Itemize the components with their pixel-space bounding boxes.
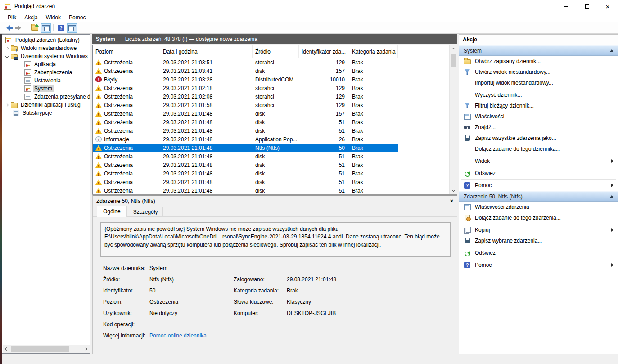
event-row[interactable]: Ostrzeżenia29.03.2021 21:02:18storahci12… [93, 84, 398, 92]
tree-item-ustawienia[interactable]: Ustawienia [2, 76, 90, 85]
collapse-icon[interactable] [610, 49, 613, 52]
action-save-all-events[interactable]: Zapisz wszystkie zdarzenia jako... [459, 133, 618, 144]
column-identyfikator[interactable]: Identyfikator zda... [299, 45, 349, 58]
scrollbar-thumb[interactable] [11, 346, 69, 352]
tab-ogolne[interactable]: Ogólne [97, 206, 127, 217]
separator [461, 179, 616, 180]
field-label: Poziom: [103, 299, 149, 305]
action-import-custom-view[interactable]: Importuj widok niestandardowy... [459, 77, 618, 88]
detail-tabs: Ogólne Szczegóły [93, 206, 457, 217]
column-poziom[interactable]: Poziom [93, 45, 160, 58]
forward-button[interactable] [14, 23, 24, 33]
column-zrodlo[interactable]: Źródło [253, 45, 299, 58]
event-row[interactable]: Ostrzeżenia29.03.2021 21:01:48disk157Bra… [93, 109, 398, 118]
tree-item-subscriptions[interactable]: Subskrypcje [2, 109, 90, 117]
expander-expanded-icon[interactable] [4, 54, 9, 59]
action-pane-icon [68, 25, 76, 31]
help-button[interactable]: ? [56, 23, 66, 33]
action-event-properties[interactable]: Właściwości zdarzenia [459, 202, 618, 212]
scroll-right-icon[interactable] [82, 345, 90, 353]
event-row[interactable]: Ostrzeżenia29.03.2021 21:03:51storahci12… [93, 58, 398, 67]
scrollbar-thumb[interactable] [451, 54, 456, 67]
menu-plik[interactable]: Plik [4, 13, 20, 22]
menu-widok[interactable]: Widok [42, 13, 65, 22]
close-detail-icon[interactable]: × [450, 198, 453, 204]
action-create-custom-view[interactable]: Utwórz widok niestandardowy... [459, 67, 618, 77]
event-row[interactable]: Ostrzeżenia29.03.2021 21:01:58storahci12… [93, 101, 398, 109]
event-row[interactable]: Ostrzeżenia29.03.2021 21:03:41disk157Bra… [93, 67, 398, 75]
event-row[interactable]: Ostrzeżenia29.03.2021 21:01:48disk51Brak [93, 186, 398, 194]
action-help-submenu[interactable]: Pomoc [459, 180, 618, 191]
tab-szczegoly[interactable]: Szczegóły [128, 207, 163, 217]
action-refresh[interactable]: Odśwież [459, 168, 618, 179]
log-online-help-link[interactable]: Pomoc online dziennika [149, 333, 234, 339]
event-row[interactable]: Ostrzeżenia29.03.2021 21:01:48disk51Brak [93, 161, 398, 169]
maximize-button[interactable] [577, 0, 597, 13]
scroll-down-icon[interactable] [450, 186, 457, 194]
tree-item-forwarded-events[interactable]: Zdarzenia przesyłane dalej [2, 93, 90, 101]
event-row[interactable]: Błędy29.03.2021 21:03:28DistributedCOM10… [93, 75, 398, 84]
export-list-button[interactable] [29, 23, 40, 33]
event-list-scrollbar[interactable] [449, 45, 457, 194]
action-help-event-submenu[interactable]: Pomoc [459, 260, 618, 270]
help-icon: ? [58, 25, 64, 31]
field-value [149, 321, 234, 328]
event-row-selected[interactable]: Ostrzeżenia29.03.2021 21:01:48Ntfs (Ntfs… [93, 144, 398, 152]
action-attach-task-to-event[interactable]: Dołącz zadanie do tego zdarzenia... [459, 212, 618, 223]
back-button[interactable] [3, 23, 13, 33]
event-row[interactable]: Ostrzeżenia29.03.2021 21:02:08storahci12… [93, 92, 398, 101]
action-filter-current-log[interactable]: Filtruj bieżący dziennik... [459, 100, 618, 111]
tree-item-app-service-logs[interactable]: Dzienniki aplikacji i usług [2, 101, 90, 109]
action-find[interactable]: Znajdź... [459, 122, 618, 133]
collapse-icon[interactable] [610, 195, 613, 198]
event-row[interactable]: Ostrzeżenia29.03.2021 21:01:48disk51Brak [93, 169, 398, 178]
tree-item-system[interactable]: System [2, 85, 90, 93]
expander-collapsed-icon[interactable] [4, 102, 9, 108]
event-description[interactable]: {Opóźniony zapis nie powiódł się} System… [100, 222, 451, 257]
event-row[interactable]: Ostrzeżenia29.03.2021 21:01:48disk51Brak [93, 152, 398, 161]
menu-akcja[interactable]: Akcja [20, 13, 41, 22]
close-button[interactable]: × [597, 0, 618, 13]
event-log-icon [24, 77, 31, 84]
expander-collapsed-icon[interactable] [4, 45, 9, 51]
event-row[interactable]: Ostrzeżenia29.03.2021 21:01:48disk51Brak [93, 118, 398, 126]
actions-section-system[interactable]: System [459, 45, 618, 56]
action-attach-task-to-log[interactable]: Dołącz zadanie do tego dziennika... [459, 144, 618, 154]
tree-item-root[interactable]: Podgląd zdarzeń (Lokalny) [2, 36, 90, 44]
tree-item-windows-logs[interactable]: Dzienniki systemu Windows [2, 52, 90, 60]
tree-horizontal-scrollbar[interactable] [3, 345, 90, 353]
windows-logs-folder-icon [11, 54, 18, 59]
tree-item-zabezpieczenia[interactable]: Zabezpieczenia [2, 68, 90, 76]
minimize-button[interactable] [556, 0, 577, 13]
field-value: 50 [149, 288, 234, 294]
workspace: Podgląd zdarzeń (Lokalny) Widoki niestan… [0, 34, 618, 364]
action-clear-log[interactable]: Wyczyść dziennik... [459, 90, 618, 100]
tree-item-custom-views[interactable]: Widoki niestandardowe [2, 44, 90, 52]
custom-views-folder-icon [11, 46, 18, 51]
action-pane-toggle-button[interactable] [67, 23, 77, 33]
separator [461, 155, 616, 155]
event-row[interactable]: Ostrzeżenia29.03.2021 21:01:48disk51Brak [93, 178, 398, 186]
menu-pomoc[interactable]: Pomoc [65, 13, 90, 22]
error-icon [95, 76, 102, 82]
action-copy-submenu[interactable]: Kopiuj [459, 225, 618, 235]
action-save-selected-events[interactable]: Zapisz wybrane zdarzenia... [459, 235, 618, 246]
tree-item-aplikacja[interactable]: Aplikacja [2, 60, 90, 68]
column-kategoria[interactable]: Kategoria zadania [349, 45, 398, 58]
event-row[interactable]: Ostrzeżenia29.03.2021 21:01:48disk51Brak [93, 126, 398, 135]
action-properties[interactable]: Właściwości [459, 111, 618, 122]
action-view-submenu[interactable]: Widok [459, 156, 618, 166]
subscriptions-icon [13, 110, 19, 116]
actions-section-event[interactable]: Zdarzenie 50, Ntfs (Ntfs) [459, 191, 618, 202]
column-data-i-godzina[interactable]: Data i godzina [160, 45, 253, 58]
copy-icon [464, 226, 471, 234]
filter-icon [464, 102, 471, 109]
scroll-left-icon[interactable] [3, 345, 10, 353]
folder-icon [11, 103, 18, 108]
event-row[interactable]: Informacje29.03.2021 21:01:48Application… [93, 135, 398, 144]
console-tree-toggle-button[interactable] [41, 23, 51, 33]
action-open-saved-log[interactable]: Otwórz zapisany dziennik... [459, 56, 618, 67]
scroll-up-icon[interactable] [450, 45, 457, 53]
action-refresh-event[interactable]: Odśwież [459, 247, 618, 258]
warning-icon [95, 94, 102, 99]
